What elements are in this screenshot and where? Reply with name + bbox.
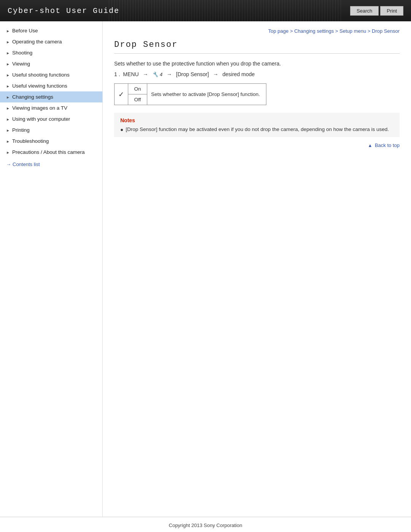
sidebar: ► Before Use ► Operating the camera ► Sh…: [0, 21, 103, 517]
page-title: Drop Sensor: [114, 40, 400, 54]
chevron-right-icon: ►: [6, 117, 10, 121]
notes-text: [Drop Sensor] function may be activated …: [126, 126, 389, 132]
wrench-icon: 🔧 4: [152, 72, 162, 77]
breadcrumb-changing-settings[interactable]: Changing settings: [294, 28, 334, 34]
chevron-right-icon: ►: [6, 106, 10, 110]
sidebar-item-changing-settings[interactable]: ► Changing settings: [0, 91, 102, 102]
sidebar-item-label: Viewing: [12, 61, 30, 67]
app-title: Cyber-shot User Guide: [8, 6, 119, 15]
chevron-right-icon: ►: [6, 62, 10, 66]
checkmark-cell: ✓: [115, 84, 128, 105]
sidebar-item-label: Changing settings: [12, 94, 53, 100]
arrow-right-icon: →: [6, 161, 11, 167]
chevron-right-icon: ►: [6, 51, 10, 55]
sidebar-item-label: Before Use: [12, 28, 38, 34]
instruction-step: 1 . MENU → 🔧 4 → [Drop Sensor] → desired…: [114, 71, 400, 77]
sensor-description: Sets whether to activate [Drop Sensor] f…: [147, 84, 266, 105]
main-content: Top page > Changing settings > Setup men…: [103, 21, 411, 517]
sidebar-item-precautions[interactable]: ► Precautions / About this camera: [0, 147, 102, 158]
back-to-top-label: Back to top: [375, 142, 400, 148]
contents-list-link[interactable]: → Contents list: [0, 158, 102, 171]
page-description: Sets whether to use the protective funct…: [114, 61, 400, 67]
arrow-icon: →: [212, 71, 220, 77]
sidebar-item-label: Printing: [12, 127, 30, 133]
sidebar-item-label: Using with your computer: [12, 116, 70, 122]
copyright-text: Copyright 2013 Sony Corporation: [169, 522, 242, 528]
notes-section: Notes ● [Drop Sensor] function may be ac…: [114, 113, 400, 137]
bracket-label: [Drop Sensor]: [176, 71, 209, 77]
sidebar-item-using-computer[interactable]: ► Using with your computer: [0, 113, 102, 125]
sidebar-item-viewing[interactable]: ► Viewing: [0, 58, 102, 69]
contents-list-label: Contents list: [13, 161, 40, 167]
footer: Copyright 2013 Sony Corporation 211: [0, 517, 411, 532]
breadcrumb-top-page[interactable]: Top page: [268, 28, 289, 34]
notes-title: Notes: [120, 117, 393, 123]
chevron-right-icon: ►: [6, 73, 10, 77]
sensor-options-table: ✓ On Sets whether to activate [Drop Sens…: [114, 83, 266, 105]
sidebar-item-operating[interactable]: ► Operating the camera: [0, 36, 102, 47]
breadcrumb-drop-sensor[interactable]: Drop Sensor: [372, 28, 400, 34]
sidebar-item-troubleshooting[interactable]: ► Troubleshooting: [0, 136, 102, 147]
breadcrumb-separator: >: [335, 28, 339, 34]
arrow-icon: →: [141, 71, 150, 77]
step-number: 1 . MENU: [114, 71, 139, 77]
chevron-right-icon: ►: [6, 84, 10, 88]
sidebar-item-label: Useful shooting functions: [12, 72, 70, 78]
sidebar-item-label: Operating the camera: [12, 39, 62, 45]
back-to-top: ▲ Back to top: [114, 137, 400, 150]
breadcrumb: Top page > Changing settings > Setup men…: [114, 25, 400, 40]
sidebar-item-label: Viewing images on a TV: [12, 105, 67, 111]
chevron-right-icon: ►: [6, 95, 10, 99]
chevron-right-icon: ►: [6, 29, 10, 33]
sidebar-item-before-use[interactable]: ► Before Use: [0, 25, 102, 36]
off-label: Off: [128, 94, 147, 105]
sidebar-item-shooting[interactable]: ► Shooting: [0, 47, 102, 58]
breadcrumb-separator: >: [368, 28, 372, 34]
sidebar-item-viewing-tv[interactable]: ► Viewing images on a TV: [0, 102, 102, 113]
triangle-up-icon: ▲: [368, 143, 372, 148]
bullet-icon: ●: [120, 127, 123, 133]
sidebar-item-label: Troubleshooting: [12, 138, 49, 144]
header-buttons: Search Print: [350, 6, 403, 16]
sidebar-item-label: Useful viewing functions: [12, 83, 67, 89]
main-layout: ► Before Use ► Operating the camera ► Sh…: [0, 21, 411, 517]
chevron-right-icon: ►: [6, 150, 10, 154]
header: Cyber-shot User Guide Search Print: [0, 0, 411, 21]
arrow-icon: →: [165, 71, 174, 77]
breadcrumb-setup-menu[interactable]: Setup menu: [339, 28, 366, 34]
sidebar-item-useful-shooting[interactable]: ► Useful shooting functions: [0, 69, 102, 80]
sidebar-item-label: Precautions / About this camera: [12, 149, 85, 155]
on-label: On: [128, 84, 147, 94]
sidebar-item-label: Shooting: [12, 50, 32, 56]
sidebar-item-useful-viewing[interactable]: ► Useful viewing functions: [0, 80, 102, 91]
breadcrumb-separator: >: [290, 28, 294, 34]
instruction-end: desired mode: [222, 71, 255, 77]
table-row-on: ✓ On Sets whether to activate [Drop Sens…: [115, 84, 266, 94]
sidebar-item-printing[interactable]: ► Printing: [0, 125, 102, 136]
print-button[interactable]: Print: [380, 6, 403, 16]
chevron-right-icon: ►: [6, 40, 10, 44]
chevron-right-icon: ►: [6, 139, 10, 143]
search-button[interactable]: Search: [350, 6, 379, 16]
back-to-top-link[interactable]: ▲ Back to top: [368, 142, 400, 148]
chevron-right-icon: ►: [6, 128, 10, 132]
notes-item: ● [Drop Sensor] function may be activate…: [120, 126, 393, 133]
